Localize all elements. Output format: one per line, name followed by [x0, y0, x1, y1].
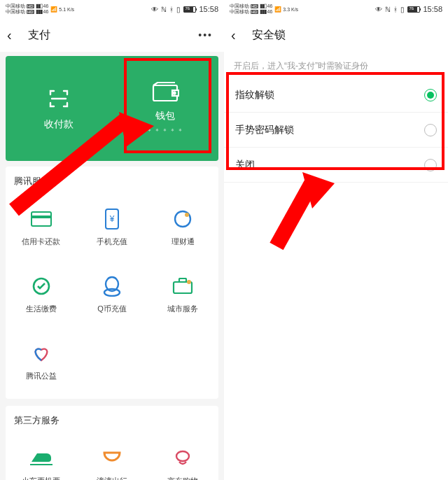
eye-icon: 👁 [151, 6, 158, 13]
nfc-icon: ℕ [385, 6, 391, 13]
card-icon [31, 207, 52, 231]
svg-point-15 [187, 280, 191, 284]
bt-icon: ᚼ [393, 6, 398, 13]
battery-icon: 76 [183, 6, 196, 13]
train-icon [30, 446, 52, 470]
svg-text:¥: ¥ [109, 214, 115, 224]
wallet-button[interactable]: 钱包 ＊＊＊＊＊ [112, 56, 218, 161]
service-city[interactable]: 城市服务 [148, 260, 218, 327]
nfc-icon: ℕ [161, 6, 167, 13]
third-party-card: 第三方服务 火车票机票 滴滴出行 京东购物 [6, 406, 218, 480]
nav-bar-right: ‹ 安全锁 [224, 18, 448, 52]
more-icon[interactable]: ••• [198, 29, 217, 41]
hero-panel: 收付款 钱包 ＊＊＊＊＊ [6, 56, 218, 161]
carrier-label: 中国移动 [6, 3, 25, 8]
heart-icon [31, 341, 52, 365]
back-icon[interactable]: ‹ [231, 27, 248, 43]
carrier-label-2: 中国移动 [6, 9, 25, 14]
third-party-title: 第三方服务 [6, 406, 218, 432]
phone-yen-icon: ¥ [105, 207, 119, 231]
security-hint: 开启后，进入“我-支付”时需验证身份 [224, 52, 448, 78]
wallet-label: 钱包 [155, 110, 175, 122]
battery-icon: 76 [407, 6, 420, 13]
wallet-balance-mask: ＊＊＊＊＊ [146, 127, 185, 136]
vibrate-icon: ▯ [400, 6, 405, 13]
svg-rect-14 [179, 278, 186, 282]
receive-pay-label: 收付款 [44, 118, 74, 131]
status-bar: 中国移动 HD ▮▮▯ 46 中国移动 HD ▮▮▮ 46 📶 5.1 K/s … [0, 0, 224, 18]
net-label: 46 [43, 3, 49, 8]
svg-point-9 [185, 213, 189, 217]
back-icon[interactable]: ‹ [7, 27, 24, 43]
page-title: 支付 [28, 28, 50, 43]
jd-icon [172, 446, 193, 470]
coin-icon [173, 207, 192, 231]
service-didi[interactable]: 滴滴出行 [76, 432, 147, 480]
clock-label: 15:58 [423, 5, 442, 13]
option-fingerprint[interactable]: 指纹解锁 [224, 78, 448, 113]
nav-bar: ‹ 支付 ••• [0, 18, 224, 52]
svg-point-12 [104, 289, 120, 296]
scan-icon [46, 86, 71, 111]
radio-icon [424, 159, 437, 171]
svg-point-3 [173, 92, 175, 94]
vibrate-icon: ▯ [176, 6, 181, 13]
didi-icon [102, 446, 122, 470]
svg-rect-5 [31, 216, 51, 218]
speed-label: 3.3 K/s [283, 7, 298, 12]
service-phone-topup[interactable]: ¥ 手机充值 [76, 193, 147, 260]
check-circle-icon [31, 274, 51, 298]
briefcase-icon [172, 274, 193, 298]
wifi-icon: 📶 [274, 6, 281, 13]
service-licaitong[interactable]: 理财通 [148, 193, 218, 260]
screen-security-lock: 中国移动 HD ▮▮▯ 46 中国移动 HD ▮▮▮ 46 📶 3.3 K/s … [224, 0, 448, 480]
service-bills[interactable]: 生活缴费 [6, 260, 76, 327]
eye-icon: 👁 [375, 6, 382, 13]
service-qcoin[interactable]: Q币充值 [76, 260, 147, 327]
radio-icon [424, 124, 437, 136]
qq-icon [103, 274, 121, 298]
radio-selected-icon [424, 89, 437, 101]
bt-icon: ᚼ [169, 6, 174, 13]
clock-label: 15:58 [199, 5, 218, 13]
service-charity[interactable]: 腾讯公益 [6, 327, 76, 395]
hd-badge-2: HD [27, 10, 34, 14]
receive-pay-button[interactable]: 收付款 [6, 56, 112, 161]
wifi-icon: 📶 [50, 6, 57, 13]
option-off[interactable]: 关闭 [224, 148, 448, 183]
service-train[interactable]: 火车票机票 [6, 432, 76, 480]
tencent-services-title: 腾讯服务 [6, 167, 218, 193]
service-credit-card[interactable]: 信用卡还款 [6, 193, 76, 260]
hd-badge: HD [27, 4, 34, 8]
signal-bars-icon-2: ▮▮▮ [36, 8, 42, 15]
service-jd[interactable]: 京东购物 [148, 432, 218, 480]
screen-payment: 中国移动 HD ▮▮▯ 46 中国移动 HD ▮▮▮ 46 📶 5.1 K/s … [0, 0, 224, 480]
wallet-icon [151, 82, 179, 103]
svg-rect-4 [31, 212, 51, 226]
option-gesture[interactable]: 手势密码解锁 [224, 113, 448, 148]
status-bar-right: 中国移动 HD ▮▮▯ 46 中国移动 HD ▮▮▮ 46 📶 3.3 K/s … [224, 0, 448, 18]
lock-options-list: 指纹解锁 手势密码解锁 关闭 [224, 78, 448, 183]
net-label-2: 46 [43, 9, 49, 14]
tencent-services-card: 腾讯服务 信用卡还款 ¥ 手机充值 理财通 生活缴费 [6, 167, 218, 399]
speed-label: 5.1 K/s [59, 7, 74, 12]
page-title: 安全锁 [252, 28, 286, 43]
